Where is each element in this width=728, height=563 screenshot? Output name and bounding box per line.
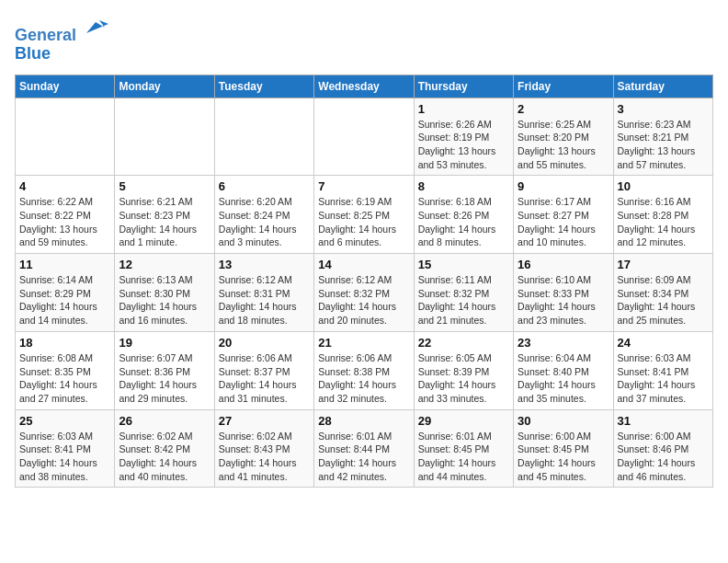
weekday-header-tuesday: Tuesday	[214, 75, 313, 98]
day-info: Sunrise: 6:11 AMSunset: 8:32 PMDaylight:…	[418, 273, 509, 327]
calendar-week-4: 18Sunrise: 6:08 AMSunset: 8:35 PMDayligh…	[16, 331, 713, 409]
day-number: 25	[19, 414, 110, 428]
day-number: 21	[318, 336, 409, 350]
weekday-header-monday: Monday	[115, 75, 214, 98]
calendar-cell: 19Sunrise: 6:07 AMSunset: 8:36 PMDayligh…	[115, 331, 214, 409]
calendar-cell	[115, 98, 214, 176]
calendar-cell: 25Sunrise: 6:03 AMSunset: 8:41 PMDayligh…	[16, 409, 115, 488]
day-info: Sunrise: 6:21 AMSunset: 8:23 PMDaylight:…	[119, 195, 210, 249]
calendar-cell: 20Sunrise: 6:06 AMSunset: 8:37 PMDayligh…	[214, 331, 313, 409]
calendar-cell: 17Sunrise: 6:09 AMSunset: 8:34 PMDayligh…	[613, 254, 712, 332]
weekday-header-wednesday: Wednesday	[314, 75, 414, 98]
day-info: Sunrise: 6:07 AMSunset: 8:36 PMDaylight:…	[119, 351, 210, 406]
calendar-week-1: 1Sunrise: 6:26 AMSunset: 8:19 PMDaylight…	[16, 98, 713, 176]
weekday-header-sunday: Sunday	[16, 75, 115, 98]
day-number: 22	[418, 336, 509, 350]
calendar-cell: 12Sunrise: 6:13 AMSunset: 8:30 PMDayligh…	[115, 254, 214, 332]
day-info: Sunrise: 6:26 AMSunset: 8:19 PMDaylight:…	[418, 118, 509, 172]
day-info: Sunrise: 6:14 AMSunset: 8:29 PMDaylight:…	[19, 273, 110, 327]
day-info: Sunrise: 6:00 AMSunset: 8:45 PMDaylight:…	[518, 430, 609, 484]
day-info: Sunrise: 6:04 AMSunset: 8:40 PMDaylight:…	[518, 351, 609, 406]
day-info: Sunrise: 6:12 AMSunset: 8:31 PMDaylight:…	[219, 273, 310, 327]
day-number: 10	[618, 179, 709, 193]
day-number: 16	[518, 258, 609, 271]
day-number: 23	[518, 336, 609, 350]
day-number: 26	[119, 414, 210, 428]
calendar-cell: 23Sunrise: 6:04 AMSunset: 8:40 PMDayligh…	[514, 331, 613, 409]
day-number: 7	[318, 179, 409, 193]
day-info: Sunrise: 6:03 AMSunset: 8:41 PMDaylight:…	[618, 351, 709, 406]
calendar-cell: 6Sunrise: 6:20 AMSunset: 8:24 PMDaylight…	[214, 176, 313, 254]
weekday-header-row: SundayMondayTuesdayWednesdayThursdayFrid…	[16, 75, 713, 98]
logo-blue: Blue	[15, 44, 51, 63]
day-number: 20	[219, 336, 310, 350]
day-info: Sunrise: 6:06 AMSunset: 8:38 PMDaylight:…	[318, 351, 409, 406]
calendar-cell: 31Sunrise: 6:00 AMSunset: 8:46 PMDayligh…	[613, 409, 712, 488]
day-number: 18	[19, 336, 110, 350]
calendar-cell: 10Sunrise: 6:16 AMSunset: 8:28 PMDayligh…	[613, 176, 712, 254]
day-info: Sunrise: 6:09 AMSunset: 8:34 PMDaylight:…	[618, 273, 709, 327]
logo-bird-icon	[83, 15, 108, 40]
calendar-cell: 1Sunrise: 6:26 AMSunset: 8:19 PMDaylight…	[414, 98, 513, 176]
day-number: 27	[219, 414, 310, 428]
day-number: 11	[19, 258, 110, 271]
day-info: Sunrise: 6:01 AMSunset: 8:44 PMDaylight:…	[318, 430, 409, 484]
day-number: 28	[318, 414, 409, 428]
day-info: Sunrise: 6:02 AMSunset: 8:43 PMDaylight:…	[219, 430, 310, 484]
calendar-cell: 27Sunrise: 6:02 AMSunset: 8:43 PMDayligh…	[214, 409, 313, 488]
day-info: Sunrise: 6:22 AMSunset: 8:22 PMDaylight:…	[19, 195, 110, 249]
day-info: Sunrise: 6:20 AMSunset: 8:24 PMDaylight:…	[219, 195, 310, 249]
day-info: Sunrise: 6:06 AMSunset: 8:37 PMDaylight:…	[219, 351, 310, 406]
day-number: 15	[418, 258, 509, 271]
calendar-cell: 22Sunrise: 6:05 AMSunset: 8:39 PMDayligh…	[414, 331, 513, 409]
day-info: Sunrise: 6:23 AMSunset: 8:21 PMDaylight:…	[618, 118, 709, 172]
logo-general: General	[15, 26, 76, 44]
day-number: 19	[119, 336, 210, 350]
calendar-cell: 18Sunrise: 6:08 AMSunset: 8:35 PMDayligh…	[16, 331, 115, 409]
calendar-cell	[314, 98, 414, 176]
logo: General Blue	[15, 15, 108, 63]
calendar-cell: 13Sunrise: 6:12 AMSunset: 8:31 PMDayligh…	[214, 254, 313, 332]
page-header: General Blue	[15, 15, 713, 63]
day-number: 24	[618, 336, 709, 350]
calendar-cell: 14Sunrise: 6:12 AMSunset: 8:32 PMDayligh…	[314, 254, 414, 332]
day-info: Sunrise: 6:03 AMSunset: 8:41 PMDaylight:…	[19, 430, 110, 484]
calendar-week-5: 25Sunrise: 6:03 AMSunset: 8:41 PMDayligh…	[16, 409, 713, 488]
day-info: Sunrise: 6:17 AMSunset: 8:27 PMDaylight:…	[518, 195, 609, 249]
day-info: Sunrise: 6:10 AMSunset: 8:33 PMDaylight:…	[518, 273, 609, 327]
day-info: Sunrise: 6:25 AMSunset: 8:20 PMDaylight:…	[518, 118, 609, 172]
weekday-header-thursday: Thursday	[414, 75, 513, 98]
day-number: 29	[418, 414, 509, 428]
day-number: 1	[418, 102, 509, 116]
svg-marker-0	[86, 20, 108, 33]
calendar-cell	[214, 98, 313, 176]
day-number: 8	[418, 179, 509, 193]
day-number: 6	[219, 179, 310, 193]
calendar-cell: 28Sunrise: 6:01 AMSunset: 8:44 PMDayligh…	[314, 409, 414, 488]
calendar-cell: 9Sunrise: 6:17 AMSunset: 8:27 PMDaylight…	[514, 176, 613, 254]
day-number: 13	[219, 258, 310, 271]
day-number: 17	[618, 258, 709, 271]
calendar-cell: 5Sunrise: 6:21 AMSunset: 8:23 PMDaylight…	[115, 176, 214, 254]
calendar-cell: 3Sunrise: 6:23 AMSunset: 8:21 PMDaylight…	[613, 98, 712, 176]
day-info: Sunrise: 6:19 AMSunset: 8:25 PMDaylight:…	[318, 195, 409, 249]
calendar-cell: 21Sunrise: 6:06 AMSunset: 8:38 PMDayligh…	[314, 331, 414, 409]
day-info: Sunrise: 6:00 AMSunset: 8:46 PMDaylight:…	[618, 430, 709, 484]
day-number: 9	[518, 179, 609, 193]
calendar-cell: 29Sunrise: 6:01 AMSunset: 8:45 PMDayligh…	[414, 409, 513, 488]
calendar-cell: 30Sunrise: 6:00 AMSunset: 8:45 PMDayligh…	[514, 409, 613, 488]
calendar-week-2: 4Sunrise: 6:22 AMSunset: 8:22 PMDaylight…	[16, 176, 713, 254]
day-number: 2	[518, 102, 609, 116]
day-info: Sunrise: 6:16 AMSunset: 8:28 PMDaylight:…	[618, 195, 709, 249]
calendar-cell: 8Sunrise: 6:18 AMSunset: 8:26 PMDaylight…	[414, 176, 513, 254]
calendar-cell: 24Sunrise: 6:03 AMSunset: 8:41 PMDayligh…	[613, 331, 712, 409]
day-number: 4	[19, 179, 110, 193]
calendar-cell: 2Sunrise: 6:25 AMSunset: 8:20 PMDaylight…	[514, 98, 613, 176]
day-info: Sunrise: 6:01 AMSunset: 8:45 PMDaylight:…	[418, 430, 509, 484]
calendar-cell	[16, 98, 115, 176]
day-info: Sunrise: 6:18 AMSunset: 8:26 PMDaylight:…	[418, 195, 509, 249]
calendar-cell: 7Sunrise: 6:19 AMSunset: 8:25 PMDaylight…	[314, 176, 414, 254]
weekday-header-friday: Friday	[514, 75, 613, 98]
day-info: Sunrise: 6:08 AMSunset: 8:35 PMDaylight:…	[19, 351, 110, 406]
weekday-header-saturday: Saturday	[613, 75, 712, 98]
